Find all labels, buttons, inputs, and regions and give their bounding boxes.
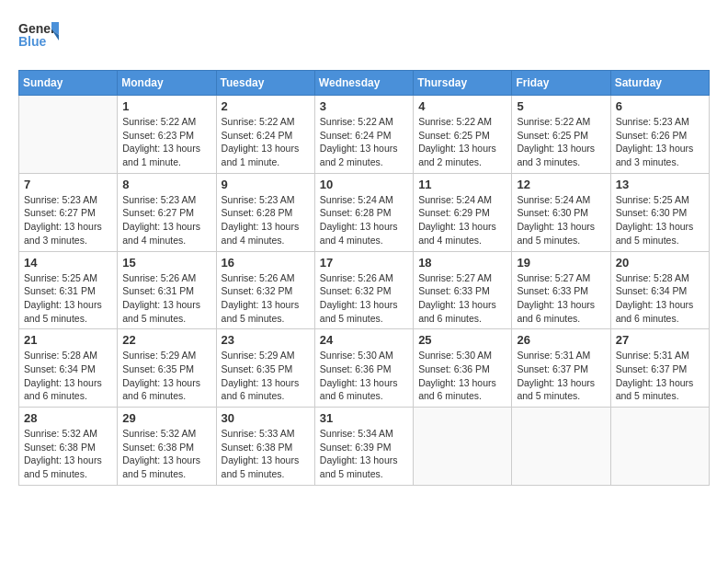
day-info: Sunrise: 5:34 AM Sunset: 6:39 PM Dayligh… xyxy=(320,427,408,481)
calendar-header-sunday: Sunday xyxy=(19,71,118,96)
day-number: 22 xyxy=(122,333,210,347)
calendar-week-5: 28Sunrise: 5:32 AM Sunset: 6:38 PM Dayli… xyxy=(19,408,710,486)
calendar-header-wednesday: Wednesday xyxy=(314,71,413,96)
day-info: Sunrise: 5:29 AM Sunset: 6:35 PM Dayligh… xyxy=(122,349,210,403)
calendar-cell: 12Sunrise: 5:24 AM Sunset: 6:30 PM Dayli… xyxy=(512,173,610,251)
calendar-cell: 3Sunrise: 5:22 AM Sunset: 6:24 PM Daylig… xyxy=(314,96,413,174)
day-number: 8 xyxy=(122,178,210,191)
day-number: 3 xyxy=(320,99,408,113)
day-number: 14 xyxy=(24,256,112,270)
day-info: Sunrise: 5:23 AM Sunset: 6:26 PM Dayligh… xyxy=(616,115,704,169)
day-info: Sunrise: 5:25 AM Sunset: 6:30 PM Dayligh… xyxy=(616,193,704,247)
calendar-cell: 13Sunrise: 5:25 AM Sunset: 6:30 PM Dayli… xyxy=(610,173,709,251)
day-info: Sunrise: 5:22 AM Sunset: 6:24 PM Dayligh… xyxy=(320,115,408,169)
logo: General Blue xyxy=(18,18,59,50)
day-number: 26 xyxy=(517,333,605,347)
calendar-cell: 23Sunrise: 5:29 AM Sunset: 6:35 PM Dayli… xyxy=(216,329,314,408)
calendar-cell: 10Sunrise: 5:24 AM Sunset: 6:28 PM Dayli… xyxy=(314,173,413,251)
calendar-header-tuesday: Tuesday xyxy=(216,71,314,96)
day-info: Sunrise: 5:23 AM Sunset: 6:27 PM Dayligh… xyxy=(122,193,210,247)
day-number: 13 xyxy=(616,178,704,191)
calendar-week-2: 7Sunrise: 5:23 AM Sunset: 6:27 PM Daylig… xyxy=(19,173,710,251)
calendar-cell: 24Sunrise: 5:30 AM Sunset: 6:36 PM Dayli… xyxy=(314,329,413,408)
day-info: Sunrise: 5:22 AM Sunset: 6:23 PM Dayligh… xyxy=(122,115,210,169)
day-number: 2 xyxy=(222,99,310,113)
calendar-cell: 14Sunrise: 5:25 AM Sunset: 6:31 PM Dayli… xyxy=(19,251,118,329)
day-number: 25 xyxy=(418,333,506,347)
day-info: Sunrise: 5:27 AM Sunset: 6:33 PM Dayligh… xyxy=(418,271,506,326)
calendar-header-friday: Friday xyxy=(512,71,610,96)
calendar-cell: 8Sunrise: 5:23 AM Sunset: 6:27 PM Daylig… xyxy=(118,173,216,251)
calendar-cell: 29Sunrise: 5:32 AM Sunset: 6:38 PM Dayli… xyxy=(118,408,216,486)
day-info: Sunrise: 5:23 AM Sunset: 6:28 PM Dayligh… xyxy=(222,193,310,247)
day-info: Sunrise: 5:22 AM Sunset: 6:25 PM Dayligh… xyxy=(517,115,605,169)
day-info: Sunrise: 5:27 AM Sunset: 6:33 PM Dayligh… xyxy=(517,271,605,326)
calendar-cell: 20Sunrise: 5:28 AM Sunset: 6:34 PM Dayli… xyxy=(610,251,709,329)
calendar-cell: 17Sunrise: 5:26 AM Sunset: 6:32 PM Dayli… xyxy=(314,251,413,329)
calendar-cell: 30Sunrise: 5:33 AM Sunset: 6:38 PM Dayli… xyxy=(216,408,314,486)
calendar-cell: 1Sunrise: 5:22 AM Sunset: 6:23 PM Daylig… xyxy=(118,96,216,174)
svg-text:Blue: Blue xyxy=(18,34,47,49)
day-info: Sunrise: 5:26 AM Sunset: 6:32 PM Dayligh… xyxy=(320,271,408,326)
calendar: SundayMondayTuesdayWednesdayThursdayFrid… xyxy=(18,70,710,486)
day-number: 16 xyxy=(222,256,310,270)
day-number: 10 xyxy=(320,178,408,191)
calendar-cell: 9Sunrise: 5:23 AM Sunset: 6:28 PM Daylig… xyxy=(216,173,314,251)
calendar-cell: 6Sunrise: 5:23 AM Sunset: 6:26 PM Daylig… xyxy=(610,96,709,174)
calendar-cell: 21Sunrise: 5:28 AM Sunset: 6:34 PM Dayli… xyxy=(19,329,118,408)
calendar-week-1: 1Sunrise: 5:22 AM Sunset: 6:23 PM Daylig… xyxy=(19,96,710,174)
calendar-cell: 2Sunrise: 5:22 AM Sunset: 6:24 PM Daylig… xyxy=(216,96,314,174)
calendar-week-4: 21Sunrise: 5:28 AM Sunset: 6:34 PM Dayli… xyxy=(19,329,710,408)
day-number: 1 xyxy=(122,99,210,113)
day-number: 29 xyxy=(122,411,210,425)
day-number: 7 xyxy=(24,178,112,191)
calendar-cell xyxy=(610,408,709,486)
day-info: Sunrise: 5:30 AM Sunset: 6:36 PM Dayligh… xyxy=(320,349,408,403)
day-info: Sunrise: 5:28 AM Sunset: 6:34 PM Dayligh… xyxy=(24,349,112,403)
day-number: 5 xyxy=(517,99,605,113)
calendar-header-monday: Monday xyxy=(118,71,216,96)
calendar-cell: 11Sunrise: 5:24 AM Sunset: 6:29 PM Dayli… xyxy=(414,173,512,251)
calendar-cell: 16Sunrise: 5:26 AM Sunset: 6:32 PM Dayli… xyxy=(216,251,314,329)
calendar-cell: 18Sunrise: 5:27 AM Sunset: 6:33 PM Dayli… xyxy=(414,251,512,329)
calendar-header-saturday: Saturday xyxy=(610,71,709,96)
day-number: 31 xyxy=(320,411,408,425)
calendar-cell xyxy=(512,408,610,486)
calendar-cell: 25Sunrise: 5:30 AM Sunset: 6:36 PM Dayli… xyxy=(414,329,512,408)
day-number: 23 xyxy=(222,333,310,347)
day-number: 17 xyxy=(320,256,408,270)
day-info: Sunrise: 5:32 AM Sunset: 6:38 PM Dayligh… xyxy=(122,427,210,481)
day-info: Sunrise: 5:25 AM Sunset: 6:31 PM Dayligh… xyxy=(24,271,112,326)
calendar-cell: 31Sunrise: 5:34 AM Sunset: 6:39 PM Dayli… xyxy=(314,408,413,486)
calendar-cell xyxy=(414,408,512,486)
calendar-cell: 27Sunrise: 5:31 AM Sunset: 6:37 PM Dayli… xyxy=(610,329,709,408)
day-info: Sunrise: 5:29 AM Sunset: 6:35 PM Dayligh… xyxy=(222,349,310,403)
logo-icon: General Blue xyxy=(18,18,59,50)
day-info: Sunrise: 5:26 AM Sunset: 6:32 PM Dayligh… xyxy=(222,271,310,326)
day-number: 21 xyxy=(24,333,112,347)
day-info: Sunrise: 5:23 AM Sunset: 6:27 PM Dayligh… xyxy=(24,193,112,247)
day-number: 15 xyxy=(122,256,210,270)
day-number: 24 xyxy=(320,333,408,347)
day-number: 28 xyxy=(24,411,112,425)
calendar-cell xyxy=(19,96,118,174)
day-info: Sunrise: 5:24 AM Sunset: 6:30 PM Dayligh… xyxy=(517,193,605,247)
day-info: Sunrise: 5:31 AM Sunset: 6:37 PM Dayligh… xyxy=(616,349,704,403)
calendar-cell: 15Sunrise: 5:26 AM Sunset: 6:31 PM Dayli… xyxy=(118,251,216,329)
day-info: Sunrise: 5:22 AM Sunset: 6:24 PM Dayligh… xyxy=(222,115,310,169)
day-number: 18 xyxy=(418,256,506,270)
day-info: Sunrise: 5:31 AM Sunset: 6:37 PM Dayligh… xyxy=(517,349,605,403)
day-info: Sunrise: 5:32 AM Sunset: 6:38 PM Dayligh… xyxy=(24,427,112,481)
calendar-cell: 7Sunrise: 5:23 AM Sunset: 6:27 PM Daylig… xyxy=(19,173,118,251)
calendar-cell: 22Sunrise: 5:29 AM Sunset: 6:35 PM Dayli… xyxy=(118,329,216,408)
day-number: 19 xyxy=(517,256,605,270)
day-info: Sunrise: 5:22 AM Sunset: 6:25 PM Dayligh… xyxy=(418,115,506,169)
day-number: 11 xyxy=(418,178,506,191)
calendar-week-3: 14Sunrise: 5:25 AM Sunset: 6:31 PM Dayli… xyxy=(19,251,710,329)
calendar-cell: 19Sunrise: 5:27 AM Sunset: 6:33 PM Dayli… xyxy=(512,251,610,329)
day-info: Sunrise: 5:24 AM Sunset: 6:28 PM Dayligh… xyxy=(320,193,408,247)
day-number: 30 xyxy=(222,411,310,425)
day-info: Sunrise: 5:30 AM Sunset: 6:36 PM Dayligh… xyxy=(418,349,506,403)
calendar-cell: 28Sunrise: 5:32 AM Sunset: 6:38 PM Dayli… xyxy=(19,408,118,486)
day-number: 6 xyxy=(616,99,704,113)
